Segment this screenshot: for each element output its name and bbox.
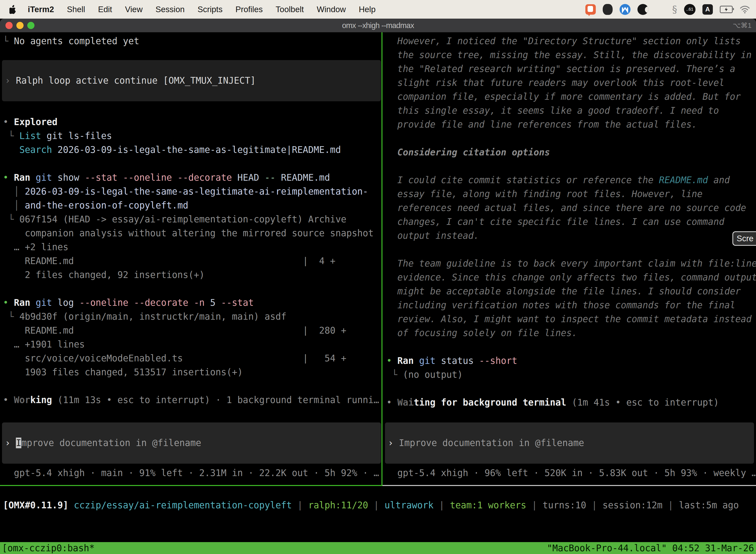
text-cursor: I [16,438,21,448]
terminal-line: • Ran git show --stat --oneline --decora… [3,171,381,185]
terminal-line: README.md | 4 + [3,254,381,268]
spacer [3,407,381,423]
terminal-line: └ (no output) [386,368,756,382]
window-title-bar: omx --xhigh --madmax ⌥⌘1 [0,19,756,32]
tmux-host-clock: "MacBook-Pro-44.local" 04:52 31-Mar-26 [547,543,754,554]
wifi-icon[interactable] [740,5,750,13]
shield-grid-icon[interactable] [603,4,613,15]
terminal-line: … +1901 lines [3,338,381,351]
screenshot-app-icon[interactable] [585,4,596,15]
terminal-line: README.md | 280 + [3,324,381,338]
window-shortcut-badge: ⌥⌘1 [733,21,752,30]
screen: iTerm2 Shell Edit View Session Scripts P… [0,0,756,554]
terminal-line: companion file, especially if more comme… [386,90,756,104]
omx-session-status: [OMX#0.11.9] cczip/essay/ai-reimplementa… [3,498,755,512]
blank-line [3,282,381,296]
terminal-line: └ List git ls-files [3,129,381,143]
window-title: omx --xhigh --madmax [0,21,756,30]
blue-gem-icon[interactable] [620,4,630,15]
working-status: • Working (11m 13s • esc to interrupt) ·… [3,393,381,407]
blank-line [3,157,381,171]
terminal-line: Search 2026-03-09-is-legal-the-same-as-l… [3,143,381,157]
spacer [386,464,756,466]
inactive-pane-border [382,485,756,486]
menu-item-session[interactable]: Session [155,5,185,14]
menu-item-window[interactable]: Window [317,5,346,14]
blank-line [3,379,381,393]
terminal-line: this single essay, it seems like a good … [386,104,756,118]
terminal-line: essay file, along with finding root file… [386,187,756,201]
terminal-line: • Explored [3,115,381,129]
model-status-line: gpt-5.4 xhigh · 96% left · 520K in · 5.8… [386,466,756,480]
blank-line [386,340,756,354]
dots-grid-icon[interactable] [655,4,665,14]
right-prompt-input[interactable]: › Improve documentation in @filename [385,423,754,464]
menu-item-iterm2[interactable]: iTerm2 [28,5,54,14]
terminal-line: › Ralph loop active continue [OMX_TMUX_I… [5,74,381,88]
terminal-line: 2 files changed, 92 insertions(+) [3,268,381,282]
terminal-line: The team guideline is to back every impo… [386,257,756,271]
left-pane[interactable]: └ No agents completed yet› Ralph loop ac… [0,32,381,486]
terminal-line: references need actual files, and since … [386,201,756,215]
terminal-line: evidence. Since this change only affects… [386,271,756,284]
terminal-line: └ 067f154 (HEAD -> essay/ai-reimplementa… [3,213,381,226]
menu-item-view[interactable]: View [125,5,143,14]
terminal-line: might be acceptable alongside the file l… [386,284,756,298]
thinking-heading: Considering citation options [386,146,756,159]
battery-icon[interactable] [720,6,733,13]
screen-share-overlay-label: Scre [737,234,754,243]
waiting-status: • Waiting for background terminal (1m 41… [386,396,756,409]
blank-line [386,131,756,146]
terminal-line: • Ran git log --oneline --decorate -n 5 … [3,296,381,310]
spacer [3,464,381,466]
model-status-line: gpt-5.4 xhigh · main · 91% left · 2.31M … [3,466,381,480]
badge-61-icon[interactable]: ..61 [684,4,695,15]
active-pane-border [0,485,382,486]
blank-line [386,382,756,396]
terminal-line: 1903 files changed, 513517 insertions(+) [3,365,381,379]
terminal-line: src/voice/voiceModeEnabled.ts | 54 + [3,351,381,365]
squiggle-icon[interactable]: § [672,4,677,15]
spacer [386,409,756,423]
spacer [3,48,381,60]
terminal-line: • Ran git status --short [386,354,756,368]
terminal-line: provide file and line references from th… [386,118,756,131]
terminal-line: └ 4b9d30f (origin/main, instructkr/main,… [3,310,381,324]
omx-status-line: [OMX#0.11.9] cczip/essay/ai-reimplementa… [3,498,755,512]
blank-line [386,159,756,173]
blank-line [3,101,381,115]
tmux-status-bar: [omx-cczip0:bash* "MacBook-Pro-44.local"… [0,542,756,554]
terminal-line: output instead. [386,229,756,243]
terminal-line: companion analysis without altering the … [3,226,381,240]
prompt-input-line[interactable]: › Improve documentation in @filename [5,436,381,450]
menu-item-toolbelt[interactable]: Toolbelt [275,5,304,14]
menu-item-shell[interactable]: Shell [67,5,85,14]
menu-item-scripts[interactable]: Scripts [197,5,223,14]
menu-item-edit[interactable]: Edit [98,5,112,14]
terminal-line: However, I noticed the "Directory Struct… [386,34,756,48]
right-pane[interactable]: However, I noticed the "Directory Struct… [383,32,756,486]
menu-item-help[interactable]: Help [359,5,376,14]
terminal-line: I could cite commit statistics or refere… [386,173,756,187]
ralph-loop-banner: › Ralph loop active continue [OMX_TMUX_I… [2,60,381,101]
apple-menu-icon[interactable] [9,4,18,14]
prompt-input-line[interactable]: › Improve documentation in @filename [388,436,754,450]
terminal-line: slight risk that future readers may over… [386,76,756,90]
left-prompt-input[interactable]: › Improve documentation in @filename [2,423,381,464]
terminal-line: … +2 lines [3,240,381,254]
terminal-line: │ 2026-03-09-is-legal-the-same-as-legiti… [3,185,381,199]
terminal-line: of focusing solely on file lines. [386,326,756,340]
blank-line [386,243,756,257]
terminal-line: │ and-the-erosion-of-copyleft.md [3,199,381,213]
pane-divider [381,32,382,486]
crescent-moon-icon[interactable] [637,4,648,15]
screen-share-overlay[interactable]: Scre [733,231,756,246]
menu-item-profiles[interactable]: Profiles [235,5,263,14]
tmux-session-label: [omx-cczip0:bash* [2,543,95,554]
terminal-line: the source tree, missing the essay. Stil… [386,48,756,62]
a-key-icon[interactable]: A [702,4,713,15]
menu-status-icons: § ..61 A [585,4,750,15]
terminal-line: └ No agents completed yet [3,34,381,48]
terminal-line: including verification notes with those … [386,298,756,312]
terminal-line: changes, I can't cite specific file line… [386,215,756,229]
